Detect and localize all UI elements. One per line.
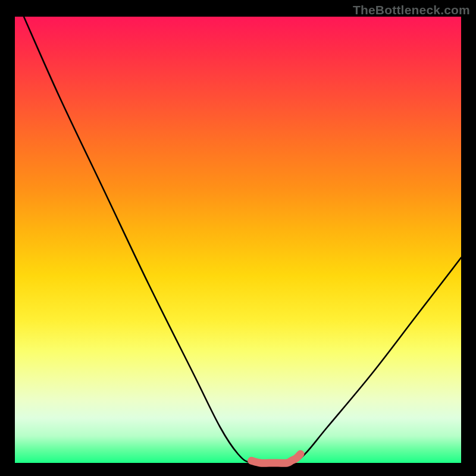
main-curve-path — [24, 17, 461, 464]
plot-area — [15, 17, 461, 463]
watermark-label: TheBottleneck.com — [353, 3, 470, 17]
flat-highlight-path — [252, 454, 301, 463]
curve-svg — [15, 17, 461, 463]
chart-frame: TheBottleneck.com — [0, 0, 476, 476]
